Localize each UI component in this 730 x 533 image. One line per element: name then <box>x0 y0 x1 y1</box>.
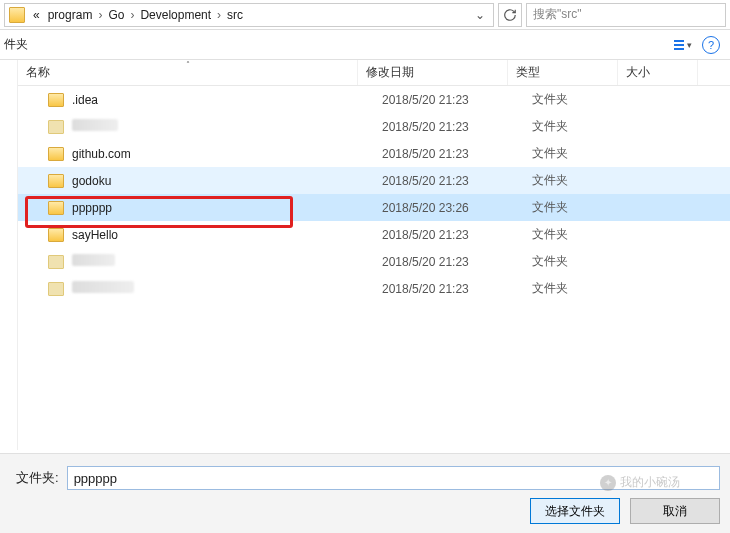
file-name <box>72 281 378 296</box>
breadcrumb-item[interactable]: src <box>223 8 247 22</box>
toolbar: 件夹 ▾ ? <box>0 30 730 60</box>
column-headers: 名称 ˄ 修改日期 类型 大小 <box>18 60 730 86</box>
chevron-right-icon: › <box>128 8 136 22</box>
search-placeholder: 搜索"src" <box>533 6 582 23</box>
file-list: 名称 ˄ 修改日期 类型 大小 .idea2018/5/20 21:23文件夹2… <box>18 60 730 450</box>
refresh-button[interactable] <box>498 3 522 27</box>
folder-icon <box>48 120 64 134</box>
file-type: 文件夹 <box>528 172 638 189</box>
view-options-button[interactable]: ▾ <box>674 40 692 50</box>
file-type: 文件夹 <box>528 118 638 135</box>
column-date-label: 修改日期 <box>366 64 414 81</box>
breadcrumb-item[interactable]: program <box>44 8 97 22</box>
sort-ascending-icon: ˄ <box>186 60 190 69</box>
file-name: godoku <box>72 174 378 188</box>
column-size-label: 大小 <box>626 64 650 81</box>
help-button[interactable]: ? <box>702 36 720 54</box>
folder-icon <box>48 228 64 242</box>
file-date: 2018/5/20 21:23 <box>378 120 528 134</box>
folder-field-label: 文件夹: <box>16 469 59 487</box>
folder-icon <box>48 147 64 161</box>
file-date: 2018/5/20 21:23 <box>378 255 528 269</box>
folder-icon <box>48 93 64 107</box>
file-name <box>72 119 378 134</box>
table-row[interactable]: pppppp2018/5/20 23:26文件夹 <box>18 194 730 221</box>
breadcrumb[interactable]: « program › Go › Development › src ⌄ <box>4 3 494 27</box>
file-name: github.com <box>72 147 378 161</box>
table-row[interactable]: sayHello2018/5/20 21:23文件夹 <box>18 221 730 248</box>
chevron-down-icon[interactable]: ⌄ <box>471 8 489 22</box>
main-area: 名称 ˄ 修改日期 类型 大小 .idea2018/5/20 21:23文件夹2… <box>0 60 730 450</box>
file-type: 文件夹 <box>528 253 638 270</box>
file-type: 文件夹 <box>528 199 638 216</box>
folder-icon <box>48 255 64 269</box>
table-row[interactable]: 2018/5/20 21:23文件夹 <box>18 113 730 140</box>
bottom-panel: 文件夹: 选择文件夹 取消 ✦ 我的小碗汤 <box>0 453 730 533</box>
file-date: 2018/5/20 21:23 <box>378 93 528 107</box>
file-type: 文件夹 <box>528 145 638 162</box>
file-date: 2018/5/20 21:23 <box>378 282 528 296</box>
folder-icon <box>9 7 25 23</box>
folder-icon <box>48 174 64 188</box>
address-bar: « program › Go › Development › src ⌄ 搜索"… <box>0 0 730 30</box>
table-row[interactable]: godoku2018/5/20 21:23文件夹 <box>18 167 730 194</box>
list-view-icon <box>674 40 684 50</box>
organize-label[interactable]: 件夹 <box>0 36 28 53</box>
file-type: 文件夹 <box>528 91 638 108</box>
breadcrumb-item[interactable]: Development <box>136 8 215 22</box>
file-name <box>72 254 378 269</box>
file-type: 文件夹 <box>528 280 638 297</box>
file-date: 2018/5/20 23:26 <box>378 201 528 215</box>
breadcrumb-item[interactable]: Go <box>104 8 128 22</box>
cancel-button[interactable]: 取消 <box>630 498 720 524</box>
file-date: 2018/5/20 21:23 <box>378 174 528 188</box>
table-row[interactable]: 2018/5/20 21:23文件夹 <box>18 248 730 275</box>
column-type[interactable]: 类型 <box>508 60 618 85</box>
table-row[interactable]: github.com2018/5/20 21:23文件夹 <box>18 140 730 167</box>
column-size[interactable]: 大小 <box>618 60 698 85</box>
file-date: 2018/5/20 21:23 <box>378 228 528 242</box>
column-name-label: 名称 <box>26 64 50 81</box>
file-name: pppppp <box>72 201 378 215</box>
chevron-right-icon: › <box>96 8 104 22</box>
folder-name-input[interactable] <box>67 466 720 490</box>
table-row[interactable]: 2018/5/20 21:23文件夹 <box>18 275 730 302</box>
sidebar[interactable] <box>0 60 18 450</box>
column-type-label: 类型 <box>516 64 540 81</box>
file-name: .idea <box>72 93 378 107</box>
folder-icon <box>48 282 64 296</box>
search-input[interactable]: 搜索"src" <box>526 3 726 27</box>
dropdown-triangle-icon: ▾ <box>687 40 692 50</box>
file-date: 2018/5/20 21:23 <box>378 147 528 161</box>
file-name: sayHello <box>72 228 378 242</box>
table-row[interactable]: .idea2018/5/20 21:23文件夹 <box>18 86 730 113</box>
chevron-right-icon: › <box>215 8 223 22</box>
column-date[interactable]: 修改日期 <box>358 60 508 85</box>
file-type: 文件夹 <box>528 226 638 243</box>
select-folder-button[interactable]: 选择文件夹 <box>530 498 620 524</box>
breadcrumb-prefix[interactable]: « <box>29 8 44 22</box>
folder-icon <box>48 201 64 215</box>
column-name[interactable]: 名称 ˄ <box>18 60 358 85</box>
